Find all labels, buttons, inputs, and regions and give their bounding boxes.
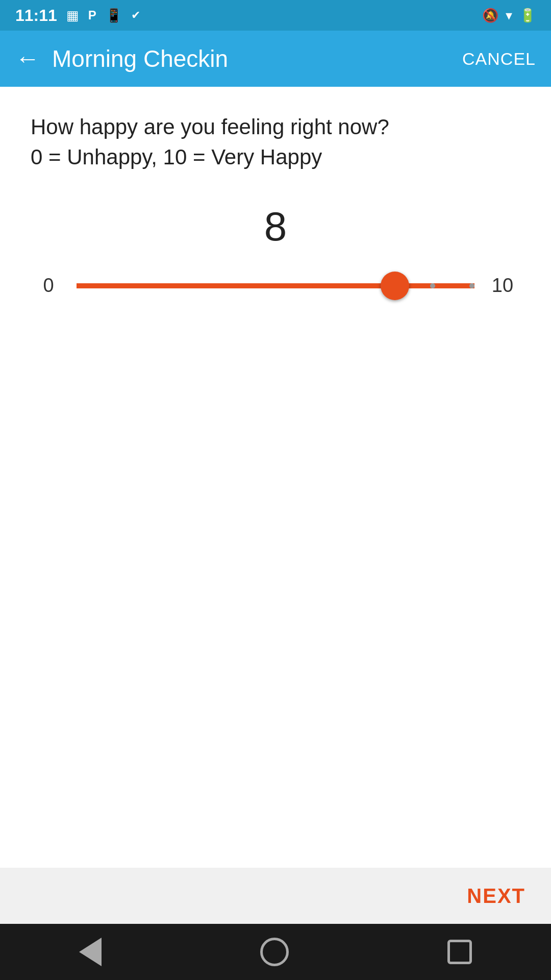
status-left: 11:11 ▦ P 📱 ✔ — [15, 6, 140, 25]
nav-recent-button[interactable] — [447, 940, 472, 964]
check-icon: ✔ — [131, 9, 140, 22]
parking-icon: P — [88, 8, 96, 22]
footer: NEXT — [0, 868, 551, 924]
slider-track-wrapper[interactable] — [77, 271, 474, 301]
home-circle-icon — [260, 938, 289, 966]
status-right: 🔕 ▾ 🔋 — [482, 8, 536, 23]
status-bar: 11:11 ▦ P 📱 ✔ 🔕 ▾ 🔋 — [0, 0, 551, 31]
question-text: How happy are you feeling right now?0 = … — [31, 112, 520, 173]
calendar-icon: ▦ — [66, 8, 79, 23]
cancel-button[interactable]: CANCEL — [462, 49, 536, 69]
wifi-icon: ▾ — [506, 8, 512, 23]
recent-square-icon — [447, 940, 472, 964]
page-title: Morning Checkin — [52, 45, 462, 72]
app-bar: ← Morning Checkin CANCEL — [0, 31, 551, 87]
back-button[interactable]: ← — [15, 46, 40, 71]
battery-icon: 🔋 — [519, 8, 536, 23]
slider-max-label: 10 — [490, 275, 515, 297]
nav-bar — [0, 924, 551, 980]
back-arrow-icon — [79, 938, 102, 966]
slider-value: 8 — [31, 203, 520, 250]
nav-back-button[interactable] — [79, 938, 102, 966]
status-time: 11:11 — [15, 6, 57, 25]
slider-container: 0 10 — [31, 271, 520, 301]
next-button[interactable]: NEXT — [467, 885, 525, 908]
mute-icon: 🔕 — [482, 8, 498, 23]
phone-icon: 📱 — [106, 8, 122, 23]
nav-home-button[interactable] — [260, 938, 289, 966]
main-content: How happy are you feeling right now?0 = … — [0, 87, 551, 868]
slider-min-label: 0 — [36, 275, 61, 297]
